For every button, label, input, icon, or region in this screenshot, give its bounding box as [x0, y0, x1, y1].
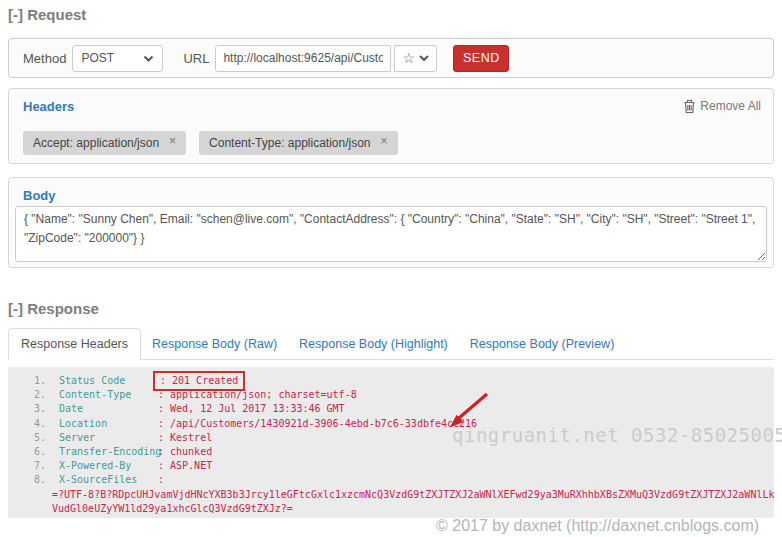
tab-response-body-highlight[interactable]: Response Body (Highlight): [288, 329, 459, 359]
trash-icon: [684, 100, 695, 113]
method-label: Method: [23, 51, 66, 66]
rest-client-page: [-] Request Method POST URL ☆ SEND Heade…: [0, 0, 782, 537]
header-name: Content-Type: [59, 388, 158, 402]
method-select[interactable]: POST: [72, 45, 163, 72]
watermark: qingruanit.net 0532-85025005: [452, 424, 782, 446]
header-name: Transfer-Encoding: [59, 445, 158, 459]
url-label: URL: [183, 51, 209, 66]
row-number: 7.: [34, 459, 59, 473]
header-name: Status Code: [59, 374, 158, 388]
row-number: 8.: [34, 473, 59, 487]
header-name: Date: [59, 402, 158, 416]
copyright-footer: © 2017 by daxnet (http://daxnet.cnblogs.…: [436, 517, 759, 535]
remove-all-label: Remove All: [700, 99, 761, 113]
response-header-row: 1. Status Code : 201 Created: [8, 374, 774, 388]
header-chip-label: Content-Type: application/json: [209, 136, 370, 150]
close-icon[interactable]: ×: [169, 134, 176, 148]
row-number: 2.: [34, 388, 59, 402]
body-panel: Body { "Name": "Sunny Chen", Email: "sch…: [8, 177, 774, 268]
row-number: 1.: [34, 374, 59, 388]
headers-panel: Headers Remove All Accept: application/j…: [8, 88, 774, 164]
request-toolbar: Method POST URL ☆ SEND: [8, 38, 774, 78]
tab-response-body-raw[interactable]: Response Body (Raw): [141, 329, 288, 359]
response-header-row: 3. Date : Wed, 12 Jul 2017 13:33:46 GMT: [8, 402, 774, 416]
response-header-row: 8. X-SourceFiles :: [8, 473, 774, 487]
header-name: X-SourceFiles: [59, 473, 158, 487]
header-value: :: [158, 473, 774, 487]
method-select-value: POST: [81, 51, 114, 65]
header-chip-accept[interactable]: Accept: application/json ×: [23, 131, 186, 155]
favorites-button[interactable]: ☆: [394, 45, 437, 72]
row-number: 3.: [34, 402, 59, 416]
header-value: : chunked: [158, 445, 774, 459]
request-section-toggle[interactable]: [-] Request: [8, 6, 86, 23]
x-sourcefiles-value-line: VudGl0eUZyYW1ld29ya1xhcGlcQ3VzdG9tZXJz?=: [8, 502, 774, 516]
tab-response-body-preview[interactable]: Response Body (Preview): [459, 329, 626, 359]
header-chip-content-type[interactable]: Content-Type: application/json ×: [199, 131, 397, 155]
star-icon: ☆: [403, 50, 416, 66]
header-name: Location: [59, 417, 158, 431]
row-number: 5.: [34, 431, 59, 445]
response-header-row: 7. X-Powered-By : ASP.NET: [8, 459, 774, 473]
headers-panel-title: Headers: [23, 99, 74, 114]
remove-all-button[interactable]: Remove All: [684, 99, 761, 113]
row-number: 6.: [34, 445, 59, 459]
chevron-down-icon: [419, 55, 429, 61]
url-input[interactable]: [215, 45, 391, 72]
header-name: X-Powered-By: [59, 459, 158, 473]
header-value: : ASP.NET: [158, 459, 774, 473]
header-chip-list: Accept: application/json × Content-Type:…: [23, 131, 398, 155]
response-header-row: 2. Content-Type : application/json; char…: [8, 388, 774, 402]
request-body-textarea[interactable]: { "Name": "Sunny Chen", Email: "schen@li…: [15, 206, 767, 262]
response-section-toggle[interactable]: [-] Response: [8, 300, 99, 317]
header-name: Server: [59, 431, 158, 445]
chevron-down-icon: [143, 55, 154, 62]
response-tabs: Response Headers Response Body (Raw) Res…: [8, 328, 774, 360]
close-icon[interactable]: ×: [381, 134, 388, 148]
send-button[interactable]: SEND: [453, 45, 509, 72]
response-header-row: 6. Transfer-Encoding : chunked: [8, 445, 774, 459]
body-panel-title: Body: [23, 188, 56, 203]
header-chip-label: Accept: application/json: [33, 136, 159, 150]
tab-response-headers[interactable]: Response Headers: [8, 328, 141, 360]
x-sourcefiles-value-line: =?UTF-8?B?RDpcUHJvamVjdHNcYXB3b3Jrcy1leG…: [8, 488, 774, 502]
row-number: 4.: [34, 417, 59, 431]
